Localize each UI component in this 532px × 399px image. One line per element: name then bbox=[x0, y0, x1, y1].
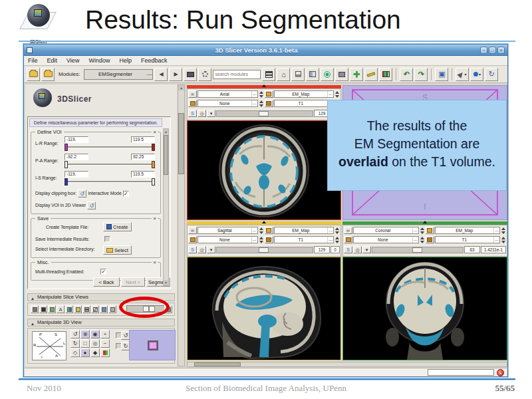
labelmap-icon[interactable] bbox=[48, 305, 56, 313]
coronal-orientation-select[interactable]: Coronal— bbox=[353, 227, 419, 234]
minimize-button[interactable]: − bbox=[480, 47, 487, 54]
slice-visible-icon[interactable]: ◎ bbox=[198, 110, 206, 117]
window-titlebar[interactable]: 3D Slicer Version 3.6.1-beta − □ × bbox=[24, 45, 507, 56]
next-button[interactable]: Next > bbox=[121, 277, 145, 287]
redo-button[interactable]: ↷ bbox=[414, 68, 428, 81]
colors-button[interactable] bbox=[379, 68, 392, 81]
place-fiducial-button[interactable]: ▾ bbox=[470, 68, 483, 81]
slice-visible-icon[interactable]: ◎ bbox=[353, 246, 362, 253]
menu-window[interactable]: Window bbox=[88, 57, 110, 64]
load-data-button[interactable] bbox=[262, 68, 275, 81]
coronal-extra-value[interactable]: 1.4211e-1 bbox=[481, 246, 506, 253]
slice-menu-icon[interactable]: ▾ bbox=[207, 110, 215, 117]
pa-min-handle[interactable] bbox=[65, 161, 68, 168]
pitch-up-icon[interactable]: ↺ bbox=[70, 330, 80, 338]
undo-button[interactable]: ↶ bbox=[400, 68, 413, 81]
sagittal-slice-value[interactable]: 129 bbox=[314, 246, 330, 253]
close-button[interactable]: × bbox=[497, 47, 505, 54]
link-icon[interactable]: ∞ bbox=[344, 227, 352, 234]
slice-visibility-icon[interactable] bbox=[31, 305, 39, 313]
foreground-spinner[interactable] bbox=[501, 227, 506, 234]
sagittal-foreground-select[interactable]: EM_Map— bbox=[274, 227, 334, 234]
module-settings-button[interactable] bbox=[198, 68, 211, 81]
sagittal-viewport[interactable] bbox=[187, 257, 341, 360]
is-max-handle[interactable] bbox=[152, 178, 155, 186]
layout-button[interactable] bbox=[306, 68, 319, 81]
sagittal-orientation-select[interactable]: Sagittal— bbox=[198, 227, 258, 234]
lr-max-handle[interactable] bbox=[152, 144, 155, 151]
settings-scrollbar[interactable]: ▲ ▼ bbox=[163, 128, 169, 286]
pa-max-entry[interactable]: 92.25 bbox=[131, 154, 155, 160]
foreground-layer-icon[interactable] bbox=[265, 227, 273, 234]
fit-slices-icon[interactable] bbox=[39, 305, 47, 313]
pa-range-slider[interactable] bbox=[65, 164, 155, 166]
sagittal-slice-slider[interactable] bbox=[216, 247, 313, 253]
sagittal-background-select[interactable]: T1— bbox=[274, 236, 334, 243]
modules-tree-button[interactable] bbox=[291, 68, 305, 81]
compare-view-icon[interactable] bbox=[74, 305, 82, 313]
link-icon[interactable]: ∞ bbox=[188, 227, 197, 234]
axial-label-select[interactable]: None— bbox=[198, 100, 258, 107]
axial-background-select[interactable]: T1— bbox=[274, 100, 334, 107]
zoom-in-icon[interactable]: + bbox=[100, 330, 110, 338]
slice-link-icon[interactable]: S bbox=[188, 110, 197, 117]
foreground-spinner[interactable] bbox=[334, 227, 340, 234]
menu-feedback[interactable]: Feedback bbox=[141, 57, 168, 64]
back-button[interactable]: < Back bbox=[93, 277, 120, 287]
label-spinner[interactable] bbox=[420, 236, 425, 243]
sagittal-extra-value[interactable]: 0 bbox=[331, 246, 340, 253]
menu-file[interactable]: File bbox=[28, 57, 38, 64]
crosshair-button[interactable] bbox=[321, 68, 334, 81]
annotation-icon[interactable]: A bbox=[57, 305, 65, 313]
spin-icon[interactable]: ↻ bbox=[70, 339, 80, 348]
foreground-spinner[interactable] bbox=[334, 90, 340, 98]
screenshot-slices-icon[interactable] bbox=[108, 305, 116, 313]
ruler-button[interactable] bbox=[364, 68, 378, 81]
sagittal-label-select[interactable]: None— bbox=[198, 236, 258, 243]
foreground-layer-icon[interactable] bbox=[265, 90, 273, 98]
error-log-button[interactable]: × bbox=[497, 369, 504, 376]
view3d-header[interactable]: ▲ Manipulate 3D View bbox=[27, 319, 175, 327]
lr-min-handle[interactable] bbox=[65, 144, 68, 151]
module-history-button[interactable] bbox=[184, 68, 197, 81]
save-intermediate-checkbox[interactable] bbox=[104, 236, 110, 242]
lr-range-slider[interactable] bbox=[65, 146, 155, 148]
view-box-icon[interactable]: □ bbox=[80, 339, 90, 348]
screenshot-3d-icon[interactable]: ◉ bbox=[90, 330, 100, 338]
visibility-3d-icon[interactable]: ● bbox=[80, 348, 90, 357]
coronal-slice-value[interactable]: 63 bbox=[464, 246, 480, 253]
refresh-button[interactable]: ↻ bbox=[485, 68, 498, 81]
orientation-spinner[interactable] bbox=[259, 90, 264, 98]
menu-view[interactable]: View bbox=[66, 57, 79, 64]
axial-foreground-select[interactable]: EM_Map— bbox=[274, 90, 334, 98]
label-layer-icon[interactable] bbox=[188, 100, 197, 107]
label-spinner[interactable] bbox=[259, 236, 264, 243]
label-layer-icon[interactable] bbox=[344, 236, 352, 243]
axial-viewport[interactable] bbox=[187, 120, 341, 220]
navigation-preview[interactable] bbox=[129, 330, 176, 360]
is-min-entry[interactable]: -119. bbox=[65, 171, 88, 178]
pa-min-entry[interactable]: -92.2 bbox=[65, 154, 88, 160]
orientation-spinner[interactable] bbox=[420, 227, 425, 234]
background-spinner[interactable] bbox=[334, 236, 340, 243]
orientation-spinner[interactable] bbox=[259, 227, 264, 234]
axial-slice-slider[interactable] bbox=[216, 110, 313, 117]
slice-link-icon[interactable]: S bbox=[188, 246, 197, 253]
slice-menu-icon[interactable]: ▾ bbox=[207, 246, 215, 253]
background-layer-icon[interactable] bbox=[265, 100, 273, 107]
module-selector[interactable]: EMSegmenter — bbox=[84, 69, 153, 80]
background-layer-icon[interactable] bbox=[426, 236, 434, 243]
panel-scrollbar[interactable]: ▲ bbox=[178, 84, 185, 366]
menu-edit[interactable]: Edit bbox=[47, 57, 58, 64]
record-icon[interactable] bbox=[100, 348, 110, 357]
group-close-icon[interactable]: × bbox=[152, 259, 158, 265]
home-button[interactable]: ⌂ bbox=[277, 68, 290, 81]
coronal-foreground-select[interactable]: EM_Map— bbox=[435, 227, 501, 234]
coronal-viewport[interactable] bbox=[342, 257, 507, 360]
group-close-icon[interactable]: × bbox=[152, 215, 158, 221]
module-next-button[interactable]: ▶ bbox=[169, 68, 182, 81]
center-view-icon[interactable]: ⊕ bbox=[80, 330, 90, 338]
is-max-entry[interactable]: 119.5 bbox=[131, 171, 155, 178]
is-min-handle[interactable] bbox=[65, 178, 68, 186]
save-data-button[interactable]: ▣ bbox=[435, 68, 448, 81]
